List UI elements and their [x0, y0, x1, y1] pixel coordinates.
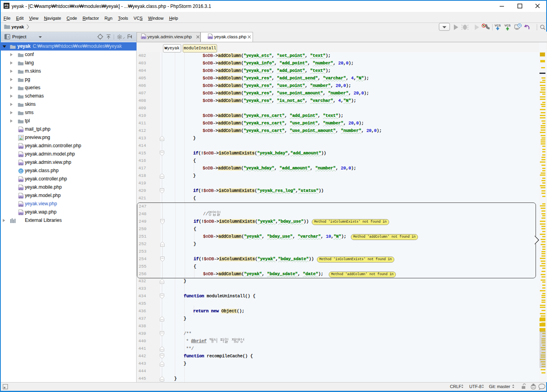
svg-text:php: php: [142, 36, 146, 39]
svg-text:php: php: [19, 188, 23, 190]
svg-text:php: php: [19, 196, 23, 198]
svg-text:PS: PS: [4, 4, 8, 7]
svg-text:php: php: [19, 212, 23, 215]
svg-text:php: php: [208, 36, 213, 39]
svg-text:php: php: [19, 163, 23, 165]
svg-text:php: php: [19, 154, 23, 157]
svg-text:C: C: [20, 169, 22, 173]
svg-text:php: php: [19, 146, 23, 148]
svg-text:php: php: [19, 129, 23, 132]
svg-text:VCS: VCS: [504, 24, 510, 27]
svg-text:php: php: [19, 179, 23, 182]
svg-text:VCS: VCS: [495, 24, 500, 27]
svg-text:php: php: [19, 204, 23, 206]
